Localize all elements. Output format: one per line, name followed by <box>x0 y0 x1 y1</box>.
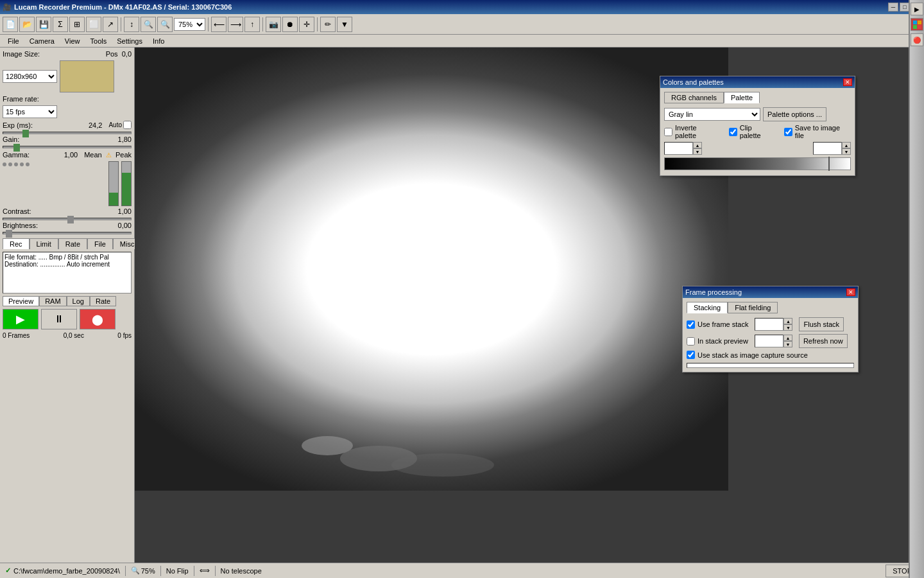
tab-rec[interactable]: Rec <box>3 238 30 249</box>
bottom-tab-preview[interactable]: Preview <box>3 296 39 306</box>
frame-panel-titlebar: Frame processing ✕ <box>683 286 858 298</box>
flush-stack-button[interactable]: Flush stack <box>799 317 844 331</box>
palette-gradient[interactable] <box>664 157 851 170</box>
preview-spinner-btns: ▲ ▼ <box>783 335 792 347</box>
stack-down-btn[interactable]: ▼ <box>783 324 792 331</box>
high-down-btn[interactable]: ▼ <box>842 148 851 155</box>
gain-slider[interactable] <box>3 146 132 148</box>
bottom-tab-ram[interactable]: RAM <box>39 296 66 306</box>
brightness-slider[interactable] <box>3 232 132 234</box>
grid-button[interactable]: ⊞ <box>69 17 85 32</box>
status-path: C:\fwcam\demo_farbe_20090824\ <box>13 567 120 575</box>
contrast-slider[interactable] <box>3 218 132 220</box>
image-size-select[interactable]: 1280x960 <box>3 70 57 83</box>
win-btn-1[interactable]: ▶ <box>911 3 923 15</box>
auto-checkbox[interactable] <box>123 121 132 129</box>
pause-button[interactable]: ⏸ <box>41 309 77 329</box>
move-left-button[interactable]: ⟵ <box>211 17 227 32</box>
win-btn-3[interactable]: 🔴 <box>911 33 923 46</box>
frame-button[interactable]: ⬜ <box>86 17 101 32</box>
low-value-input[interactable]: 192 <box>664 142 693 155</box>
more-button[interactable]: ▼ <box>337 17 352 32</box>
use-as-capture-checkbox[interactable] <box>687 351 695 359</box>
move-up-button[interactable]: ↑ <box>244 17 260 32</box>
zoom-out-button[interactable]: 🔍 <box>141 17 156 32</box>
open-button[interactable]: 📂 <box>19 17 35 32</box>
low-down-btn[interactable]: ▼ <box>693 148 702 155</box>
zoom-select[interactable]: 75% <box>174 18 205 31</box>
preview-value-input[interactable]: 4 <box>755 335 783 347</box>
menu-tools[interactable]: Tools <box>85 36 112 46</box>
win-btn-2[interactable] <box>911 18 923 31</box>
exp-slider[interactable] <box>3 132 132 134</box>
refresh-now-button[interactable]: Refresh now <box>799 334 848 348</box>
frame-rate-row: Frame rate: <box>3 95 132 103</box>
high-spinner: 204 ▲ ▼ <box>813 142 851 155</box>
peak-warning-icon: ⚠ <box>106 152 112 159</box>
menu-view[interactable]: View <box>60 36 85 46</box>
move-right-button[interactable]: ⟶ <box>228 17 243 32</box>
tab-stacking[interactable]: Stacking <box>687 302 728 313</box>
brightness-thumb[interactable] <box>6 230 12 238</box>
stack-up-btn[interactable]: ▲ <box>783 318 792 324</box>
colors-panel-close[interactable]: ✕ <box>843 78 852 86</box>
stack-value-input[interactable]: 16 <box>755 318 783 331</box>
frame-panel-close[interactable]: ✕ <box>846 288 855 296</box>
app-icon: 🎥 <box>3 3 12 12</box>
tab-flat-fielding[interactable]: Flat fielding <box>728 302 778 313</box>
statusbar: ✓ C:\fwcam\demo_farbe_20090824\ 🔍 75% No… <box>0 563 924 578</box>
tab-limit[interactable]: Limit <box>30 238 58 249</box>
pencil-button[interactable]: ✏ <box>320 17 336 32</box>
menu-settings[interactable]: Settings <box>112 36 148 46</box>
cross-button[interactable]: ✛ <box>299 17 314 32</box>
stop-button[interactable]: ⬤ <box>80 309 116 329</box>
sum-button[interactable]: Σ <box>53 17 68 32</box>
status-sep1 <box>125 566 126 576</box>
new-button[interactable]: 📄 <box>3 17 18 32</box>
bottom-tab-rate[interactable]: Rate <box>90 296 116 306</box>
low-up-btn[interactable]: ▲ <box>693 142 702 148</box>
status-sep4 <box>215 566 216 576</box>
snapshot-button[interactable]: 📷 <box>266 17 281 32</box>
image-size-label: Image Size: <box>3 50 40 58</box>
status-sep2 <box>160 566 161 576</box>
clip-checkbox[interactable] <box>729 128 737 136</box>
svg-rect-0 <box>913 21 917 24</box>
minimize-button[interactable]: ─ <box>888 3 898 12</box>
tab-palette[interactable]: Palette <box>724 92 760 103</box>
zoom-icon: 🔍 <box>131 566 140 575</box>
arrow-button[interactable]: ↗ <box>103 17 118 32</box>
menu-file[interactable]: File <box>3 36 24 46</box>
gain-slider-thumb[interactable] <box>13 144 20 152</box>
menu-camera[interactable]: Camera <box>24 36 60 46</box>
tab-rgb-channels[interactable]: RGB channels <box>664 92 724 103</box>
high-up-btn[interactable]: ▲ <box>842 142 851 148</box>
play-button[interactable]: ▶ <box>3 309 38 329</box>
palette-options-button[interactable]: Palette options ... <box>763 107 826 121</box>
cursor-button[interactable]: ↕ <box>124 17 139 32</box>
menu-info[interactable]: Info <box>148 36 169 46</box>
invert-checkbox[interactable] <box>664 128 672 136</box>
contrast-thumb[interactable] <box>67 216 74 223</box>
save-button[interactable]: 💾 <box>36 17 51 32</box>
frame-processing-panel: Frame processing ✕ Stacking Flat fieldin… <box>682 286 859 372</box>
tab-rate[interactable]: Rate <box>58 238 87 249</box>
exp-slider-thumb[interactable] <box>22 130 29 137</box>
invert-row: Inverte palette Clip palette Save to ima… <box>664 124 851 139</box>
vu-mean-fill <box>109 193 118 206</box>
save-checkbox[interactable] <box>784 128 792 136</box>
preview-up-btn[interactable]: ▲ <box>783 335 792 341</box>
use-frame-stack-checkbox[interactable] <box>687 320 695 329</box>
palette-dropdown[interactable]: Gray lin Gray log HSV Rainbow <box>664 108 760 121</box>
bottom-tab-log[interactable]: Log <box>67 296 90 306</box>
palette-dropdown-row: Gray lin Gray log HSV Rainbow Palette op… <box>664 107 851 121</box>
record-button[interactable]: ⏺ <box>282 17 298 32</box>
in-stack-preview-checkbox[interactable] <box>687 337 695 346</box>
prominence3 <box>391 453 494 477</box>
tab-file[interactable]: File <box>87 238 113 249</box>
high-value-input[interactable]: 204 <box>813 142 842 155</box>
preview-down-btn[interactable]: ▼ <box>783 341 792 347</box>
exp-label: Exp (ms): <box>3 121 33 129</box>
frame-rate-select[interactable]: 15 fps <box>3 105 57 118</box>
zoom-in-button[interactable]: 🔍 <box>157 17 173 32</box>
